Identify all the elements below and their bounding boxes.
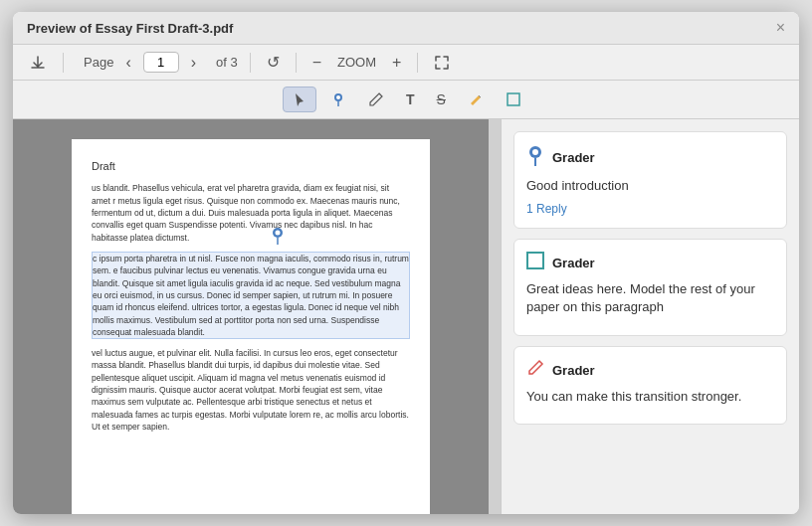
comments-sidebar: Grader Good introduction 1 Reply Grader … [501, 119, 799, 514]
highlight-tool-button[interactable] [460, 88, 492, 111]
comment-header-1: Grader [526, 144, 774, 171]
next-page-button[interactable]: › [187, 52, 200, 74]
box-tool-button[interactable] [498, 88, 529, 111]
page-total-label: of 3 [216, 55, 238, 70]
pin-tool-button[interactable] [322, 88, 354, 111]
prev-page-button[interactable]: ‹ [121, 52, 134, 74]
comment-author-1: Grader [552, 150, 595, 165]
comment-header-3: Grader [526, 359, 774, 382]
scrollbar[interactable] [489, 119, 501, 514]
pin-annotation [271, 227, 285, 251]
zoom-minus-button[interactable]: − [308, 52, 325, 74]
page-toolbar: Page ‹ 1 › of 3 ↺ − ZOOM + [13, 45, 799, 81]
zoom-plus-button[interactable]: + [388, 52, 405, 74]
pdf-text-1: us blandit. Phasellus vehicula, erat vel… [92, 182, 410, 244]
comment-author-3: Grader [552, 363, 595, 378]
modal-title: Preview of Essay First Draft-3.pdf [27, 21, 233, 36]
pdf-text-3: vel luctus augue, et pulvinar elit. Null… [92, 347, 410, 433]
zoom-label: ZOOM [333, 55, 380, 70]
pdf-text-2: c ipsum porta pharetra in ut nisl. Fusce… [92, 252, 410, 339]
comment-pencil-icon-3 [526, 359, 544, 382]
separator-3 [296, 53, 297, 73]
page-label: Page [84, 55, 113, 70]
title-bar: Preview of Essay First Draft-3.pdf × [13, 12, 799, 45]
pdf-page: Draft us blandit. Phasellus vehicula, er… [72, 139, 430, 514]
page-number-input[interactable]: 1 [143, 52, 179, 73]
comment-header-2: Grader [526, 252, 774, 274]
draft-label: Draft [92, 159, 410, 174]
download-button[interactable] [25, 52, 51, 74]
comment-body-1: Good introduction [526, 177, 774, 195]
svg-rect-2 [508, 93, 519, 105]
cursor-tool-button[interactable] [283, 87, 316, 112]
pdf-area: Draft us blandit. Phasellus vehicula, er… [13, 119, 489, 514]
text-tool-button[interactable]: T [398, 88, 423, 111]
refresh-button[interactable]: ↺ [263, 51, 284, 74]
comment-card-1: Grader Good introduction 1 Reply [513, 131, 787, 229]
comment-box-icon-2 [526, 252, 544, 274]
separator-4 [417, 53, 418, 73]
fullscreen-button[interactable] [430, 53, 454, 73]
svg-rect-7 [527, 253, 543, 268]
comment-body-3: You can make this transition stronger. [526, 388, 774, 406]
svg-point-4 [276, 231, 281, 236]
modal-window: Preview of Essay First Draft-3.pdf × Pag… [13, 12, 799, 514]
comment-pin-icon-1 [526, 144, 544, 171]
comment-body-2: Great ideas here. Model the rest of your… [526, 280, 774, 316]
svg-point-6 [532, 149, 538, 155]
svg-point-1 [336, 95, 340, 99]
separator-1 [63, 53, 64, 73]
strikethrough-tool-button[interactable]: S [429, 88, 454, 111]
comment-card-3: Grader You can make this transition stro… [513, 346, 787, 425]
close-button[interactable]: × [776, 20, 785, 36]
pencil-tool-button[interactable] [360, 88, 392, 111]
separator-2 [250, 53, 251, 73]
annotation-toolbar: T S [13, 81, 799, 119]
comment-author-2: Grader [552, 256, 595, 270]
reply-link-1[interactable]: 1 Reply [526, 202, 567, 216]
comment-card-2: Grader Great ideas here. Model the rest … [513, 239, 787, 335]
main-content: Draft us blandit. Phasellus vehicula, er… [13, 119, 799, 514]
